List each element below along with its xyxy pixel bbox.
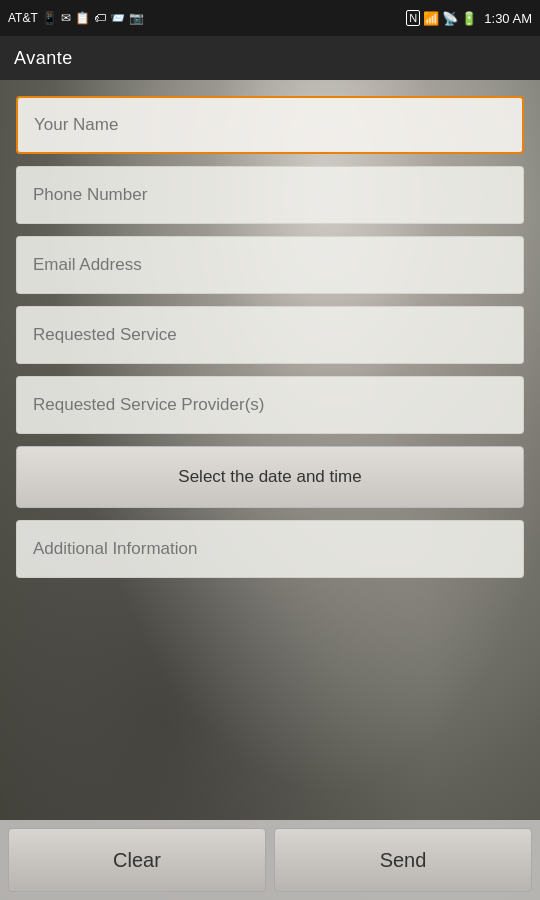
app-title: Avante [14,48,73,69]
service-provider-input[interactable] [16,376,524,434]
signal-icon: 📡 [442,11,458,26]
requested-service-input[interactable] [16,306,524,364]
message-icon: ✉ [61,11,71,25]
phone-icon: 📱 [42,11,57,25]
wifi-icon: 📶 [423,11,439,26]
status-left: AT&T 📱 ✉ 📋 🏷 📨 📷 [8,11,144,25]
clear-button[interactable]: Clear [8,828,266,892]
button-row: Clear Send [0,820,540,900]
carrier-text: AT&T [8,11,38,25]
mail-icon: 📨 [110,11,125,25]
date-time-button[interactable]: Select the date and time [16,446,524,508]
send-button[interactable]: Send [274,828,532,892]
email-address-input[interactable] [16,236,524,294]
time-display: 1:30 AM [484,11,532,26]
status-bar: AT&T 📱 ✉ 📋 🏷 📨 📷 N 📶 📡 🔋 1:30 AM [0,0,540,36]
status-right: N 📶 📡 🔋 1:30 AM [406,10,532,26]
battery-icon: 🔋 [461,11,477,26]
your-name-input[interactable] [16,96,524,154]
camera-icon: 📷 [129,11,144,25]
phone-number-input[interactable] [16,166,524,224]
title-bar: Avante [0,36,540,80]
tag-icon: 🏷 [94,11,106,25]
nfc-icon: N [406,10,420,26]
calendar-icon: 📋 [75,11,90,25]
form-container: Select the date and time [0,80,540,588]
additional-info-input[interactable] [16,520,524,578]
